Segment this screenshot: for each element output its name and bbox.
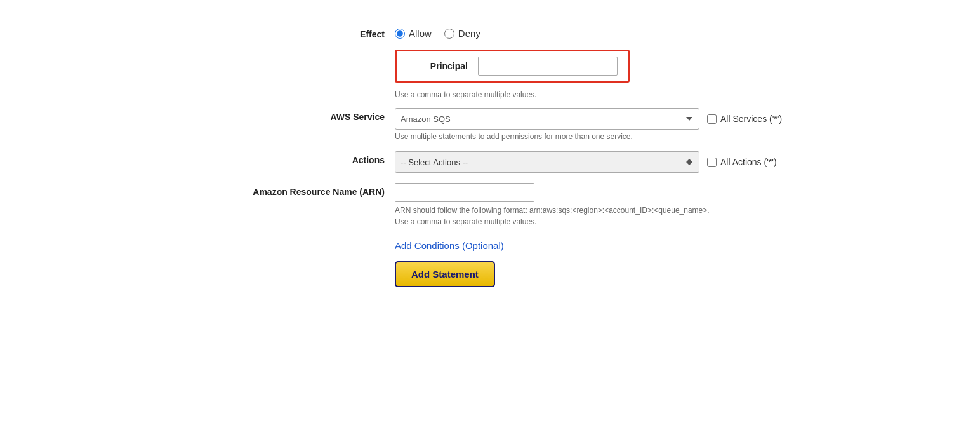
allow-radio[interactable] bbox=[395, 29, 405, 39]
aws-service-row: AWS Service Amazon SQS Amazon S3 Amazon … bbox=[230, 108, 750, 141]
effect-radio-group: Allow Deny bbox=[395, 25, 750, 39]
principal-input[interactable] bbox=[478, 57, 618, 76]
effect-label: Effect bbox=[230, 25, 395, 39]
arn-input[interactable] bbox=[395, 183, 534, 202]
principal-highlighted-box: Principal bbox=[395, 50, 630, 83]
arn-label: Amazon Resource Name (ARN) bbox=[230, 183, 395, 197]
principal-hint: Use a comma to separate multiple values. bbox=[395, 90, 536, 99]
aws-service-label: AWS Service bbox=[230, 108, 395, 122]
button-row: Add Statement bbox=[230, 259, 750, 287]
policy-form: Effect Allow Deny Principal Us bbox=[204, 13, 776, 310]
effect-row: Effect Allow Deny bbox=[230, 25, 750, 39]
deny-label: Deny bbox=[458, 28, 480, 39]
deny-radio[interactable] bbox=[444, 29, 454, 39]
actions-label: Actions bbox=[230, 151, 395, 165]
actions-row: Actions -- Select Actions -- All Actions… bbox=[230, 151, 750, 173]
principal-hint-row: Use a comma to separate multiple values. bbox=[230, 88, 750, 99]
principal-row: Principal bbox=[230, 50, 750, 83]
arn-hint-line1: ARN should follow the following format: … bbox=[395, 206, 710, 215]
actions-content: -- Select Actions -- All Actions ('*') bbox=[395, 151, 777, 173]
conditions-row: Add Conditions (Optional) bbox=[230, 238, 750, 251]
allow-radio-label[interactable]: Allow bbox=[395, 28, 432, 39]
all-actions-text: All Actions ('*') bbox=[720, 157, 777, 167]
principal-label: Principal bbox=[402, 61, 478, 71]
allow-label: Allow bbox=[409, 28, 432, 39]
aws-service-controls: Amazon SQS Amazon S3 Amazon EC2 Amazon S… bbox=[395, 108, 782, 130]
arn-hint-line2: Use a comma to separate multiple values. bbox=[395, 217, 536, 226]
aws-service-content: Amazon SQS Amazon S3 Amazon EC2 Amazon S… bbox=[395, 108, 782, 141]
deny-radio-label[interactable]: Deny bbox=[444, 28, 480, 39]
all-services-checkbox[interactable] bbox=[707, 114, 717, 124]
actions-controls: -- Select Actions -- All Actions ('*') bbox=[395, 151, 777, 173]
add-conditions-link[interactable]: Add Conditions (Optional) bbox=[395, 240, 504, 251]
all-services-label[interactable]: All Services ('*') bbox=[707, 114, 782, 124]
aws-service-select[interactable]: Amazon SQS Amazon S3 Amazon EC2 Amazon S… bbox=[395, 108, 699, 130]
all-services-text: All Services ('*') bbox=[720, 114, 782, 124]
effect-content: Allow Deny bbox=[395, 25, 750, 39]
arn-row: Amazon Resource Name (ARN) ARN should fo… bbox=[230, 183, 750, 227]
actions-select[interactable]: -- Select Actions -- bbox=[395, 151, 699, 173]
all-actions-checkbox[interactable] bbox=[707, 158, 717, 167]
add-statement-button[interactable]: Add Statement bbox=[395, 261, 495, 287]
arn-content: ARN should follow the following format: … bbox=[395, 183, 750, 227]
all-actions-label[interactable]: All Actions ('*') bbox=[707, 157, 777, 167]
arn-hint: ARN should follow the following format: … bbox=[395, 205, 750, 227]
aws-service-hint: Use multiple statements to add permissio… bbox=[395, 132, 782, 141]
